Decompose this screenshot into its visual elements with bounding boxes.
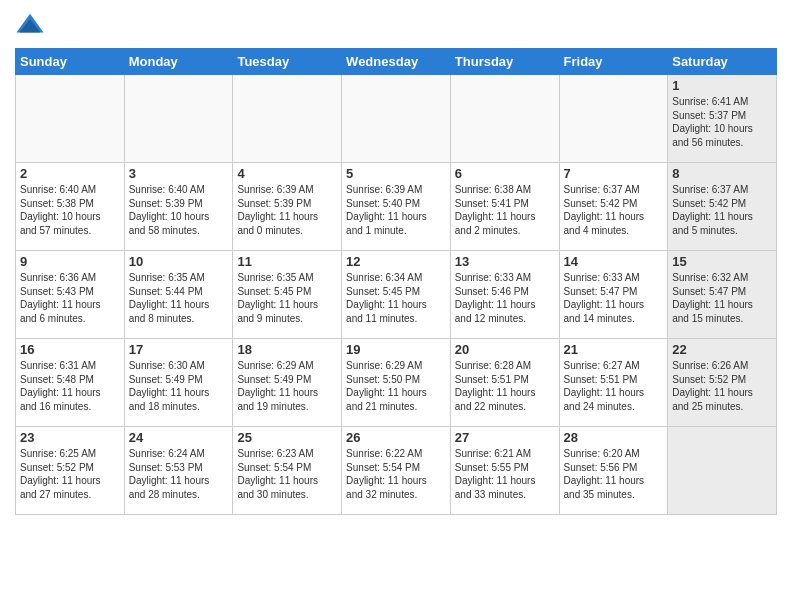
day-info: Sunrise: 6:21 AM Sunset: 5:55 PM Dayligh… [455,447,555,501]
calendar-week-row: 23Sunrise: 6:25 AM Sunset: 5:52 PM Dayli… [16,427,777,515]
day-info: Sunrise: 6:26 AM Sunset: 5:52 PM Dayligh… [672,359,772,413]
calendar-body: 1Sunrise: 6:41 AM Sunset: 5:37 PM Daylig… [16,75,777,515]
day-number: 27 [455,430,555,445]
calendar-day: 20Sunrise: 6:28 AM Sunset: 5:51 PM Dayli… [450,339,559,427]
day-number: 20 [455,342,555,357]
calendar-day: 24Sunrise: 6:24 AM Sunset: 5:53 PM Dayli… [124,427,233,515]
day-number: 14 [564,254,664,269]
calendar-day: 27Sunrise: 6:21 AM Sunset: 5:55 PM Dayli… [450,427,559,515]
calendar-day: 13Sunrise: 6:33 AM Sunset: 5:46 PM Dayli… [450,251,559,339]
calendar-day: 5Sunrise: 6:39 AM Sunset: 5:40 PM Daylig… [342,163,451,251]
day-info: Sunrise: 6:27 AM Sunset: 5:51 PM Dayligh… [564,359,664,413]
day-number: 24 [129,430,229,445]
calendar-week-row: 16Sunrise: 6:31 AM Sunset: 5:48 PM Dayli… [16,339,777,427]
day-number: 9 [20,254,120,269]
calendar-day: 25Sunrise: 6:23 AM Sunset: 5:54 PM Dayli… [233,427,342,515]
calendar-week-row: 1Sunrise: 6:41 AM Sunset: 5:37 PM Daylig… [16,75,777,163]
weekday-header-thursday: Thursday [450,49,559,75]
day-info: Sunrise: 6:39 AM Sunset: 5:40 PM Dayligh… [346,183,446,237]
calendar-day: 1Sunrise: 6:41 AM Sunset: 5:37 PM Daylig… [668,75,777,163]
day-number: 15 [672,254,772,269]
calendar-day [668,427,777,515]
calendar-day: 26Sunrise: 6:22 AM Sunset: 5:54 PM Dayli… [342,427,451,515]
day-number: 12 [346,254,446,269]
calendar-day [559,75,668,163]
day-info: Sunrise: 6:30 AM Sunset: 5:49 PM Dayligh… [129,359,229,413]
day-info: Sunrise: 6:37 AM Sunset: 5:42 PM Dayligh… [564,183,664,237]
calendar-day: 17Sunrise: 6:30 AM Sunset: 5:49 PM Dayli… [124,339,233,427]
calendar-day: 21Sunrise: 6:27 AM Sunset: 5:51 PM Dayli… [559,339,668,427]
calendar-day: 14Sunrise: 6:33 AM Sunset: 5:47 PM Dayli… [559,251,668,339]
day-info: Sunrise: 6:22 AM Sunset: 5:54 PM Dayligh… [346,447,446,501]
day-info: Sunrise: 6:39 AM Sunset: 5:39 PM Dayligh… [237,183,337,237]
day-info: Sunrise: 6:29 AM Sunset: 5:49 PM Dayligh… [237,359,337,413]
day-info: Sunrise: 6:36 AM Sunset: 5:43 PM Dayligh… [20,271,120,325]
day-number: 19 [346,342,446,357]
calendar-day: 2Sunrise: 6:40 AM Sunset: 5:38 PM Daylig… [16,163,125,251]
calendar-day: 7Sunrise: 6:37 AM Sunset: 5:42 PM Daylig… [559,163,668,251]
day-info: Sunrise: 6:40 AM Sunset: 5:39 PM Dayligh… [129,183,229,237]
day-info: Sunrise: 6:34 AM Sunset: 5:45 PM Dayligh… [346,271,446,325]
day-number: 28 [564,430,664,445]
day-number: 3 [129,166,229,181]
calendar-day [16,75,125,163]
day-info: Sunrise: 6:23 AM Sunset: 5:54 PM Dayligh… [237,447,337,501]
day-number: 8 [672,166,772,181]
calendar-day: 6Sunrise: 6:38 AM Sunset: 5:41 PM Daylig… [450,163,559,251]
day-info: Sunrise: 6:33 AM Sunset: 5:47 PM Dayligh… [564,271,664,325]
day-number: 17 [129,342,229,357]
day-number: 22 [672,342,772,357]
day-info: Sunrise: 6:32 AM Sunset: 5:47 PM Dayligh… [672,271,772,325]
day-info: Sunrise: 6:37 AM Sunset: 5:42 PM Dayligh… [672,183,772,237]
calendar-container: SundayMondayTuesdayWednesdayThursdayFrid… [0,0,792,525]
calendar-header: SundayMondayTuesdayWednesdayThursdayFrid… [16,49,777,75]
logo-icon [15,10,45,40]
calendar-day: 3Sunrise: 6:40 AM Sunset: 5:39 PM Daylig… [124,163,233,251]
day-info: Sunrise: 6:35 AM Sunset: 5:44 PM Dayligh… [129,271,229,325]
day-number: 16 [20,342,120,357]
weekday-row: SundayMondayTuesdayWednesdayThursdayFrid… [16,49,777,75]
calendar-day: 23Sunrise: 6:25 AM Sunset: 5:52 PM Dayli… [16,427,125,515]
header [15,10,777,40]
calendar-day: 11Sunrise: 6:35 AM Sunset: 5:45 PM Dayli… [233,251,342,339]
day-number: 6 [455,166,555,181]
day-number: 21 [564,342,664,357]
calendar-week-row: 2Sunrise: 6:40 AM Sunset: 5:38 PM Daylig… [16,163,777,251]
day-info: Sunrise: 6:29 AM Sunset: 5:50 PM Dayligh… [346,359,446,413]
calendar-day: 28Sunrise: 6:20 AM Sunset: 5:56 PM Dayli… [559,427,668,515]
calendar-day: 15Sunrise: 6:32 AM Sunset: 5:47 PM Dayli… [668,251,777,339]
day-info: Sunrise: 6:40 AM Sunset: 5:38 PM Dayligh… [20,183,120,237]
day-number: 7 [564,166,664,181]
day-number: 26 [346,430,446,445]
day-number: 1 [672,78,772,93]
day-number: 4 [237,166,337,181]
day-number: 23 [20,430,120,445]
weekday-header-sunday: Sunday [16,49,125,75]
day-number: 11 [237,254,337,269]
weekday-header-wednesday: Wednesday [342,49,451,75]
calendar-day [124,75,233,163]
calendar-week-row: 9Sunrise: 6:36 AM Sunset: 5:43 PM Daylig… [16,251,777,339]
calendar-day: 22Sunrise: 6:26 AM Sunset: 5:52 PM Dayli… [668,339,777,427]
calendar-day: 9Sunrise: 6:36 AM Sunset: 5:43 PM Daylig… [16,251,125,339]
calendar-day [342,75,451,163]
weekday-header-saturday: Saturday [668,49,777,75]
day-info: Sunrise: 6:38 AM Sunset: 5:41 PM Dayligh… [455,183,555,237]
day-info: Sunrise: 6:25 AM Sunset: 5:52 PM Dayligh… [20,447,120,501]
weekday-header-tuesday: Tuesday [233,49,342,75]
calendar-day [450,75,559,163]
weekday-header-friday: Friday [559,49,668,75]
calendar-day: 19Sunrise: 6:29 AM Sunset: 5:50 PM Dayli… [342,339,451,427]
day-info: Sunrise: 6:35 AM Sunset: 5:45 PM Dayligh… [237,271,337,325]
day-number: 10 [129,254,229,269]
day-number: 13 [455,254,555,269]
day-info: Sunrise: 6:28 AM Sunset: 5:51 PM Dayligh… [455,359,555,413]
logo [15,10,49,40]
day-number: 25 [237,430,337,445]
calendar-day: 4Sunrise: 6:39 AM Sunset: 5:39 PM Daylig… [233,163,342,251]
calendar-day: 18Sunrise: 6:29 AM Sunset: 5:49 PM Dayli… [233,339,342,427]
weekday-header-monday: Monday [124,49,233,75]
day-info: Sunrise: 6:31 AM Sunset: 5:48 PM Dayligh… [20,359,120,413]
calendar-day: 12Sunrise: 6:34 AM Sunset: 5:45 PM Dayli… [342,251,451,339]
calendar-day: 10Sunrise: 6:35 AM Sunset: 5:44 PM Dayli… [124,251,233,339]
